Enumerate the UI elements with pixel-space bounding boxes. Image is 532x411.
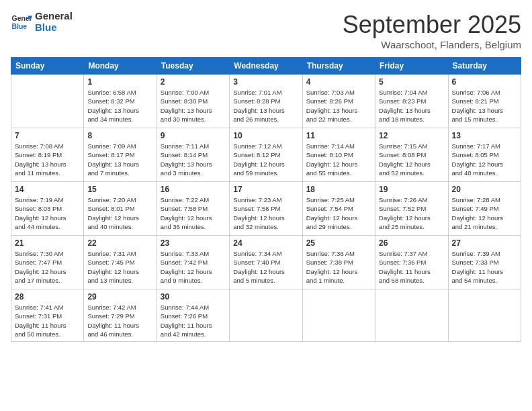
day-number: 13 [452,131,517,140]
weekday-header-thursday: Thursday [302,58,375,75]
day-info: Sunrise: 7:20 AMSunset: 8:01 PMDaylight:… [87,195,152,231]
calendar-header-row: SundayMondayTuesdayWednesdayThursdayFrid… [11,58,521,75]
day-number: 30 [161,292,226,302]
calendar-cell [375,289,448,342]
weekday-header-friday: Friday [375,58,448,75]
weekday-header-sunday: Sunday [11,58,84,75]
day-info: Sunrise: 7:00 AMSunset: 8:30 PMDaylight:… [161,88,226,124]
day-number: 16 [161,185,226,194]
day-number: 6 [452,77,517,87]
day-info: Sunrise: 7:04 AMSunset: 8:23 PMDaylight:… [379,88,444,124]
calendar-cell: 24Sunrise: 7:34 AMSunset: 7:40 PMDayligh… [230,236,302,289]
calendar-cell [448,289,521,342]
weekday-header-saturday: Saturday [448,58,521,75]
calendar-cell: 7Sunrise: 7:08 AMSunset: 8:19 PMDaylight… [11,128,84,182]
calendar-cell: 16Sunrise: 7:22 AMSunset: 7:58 PMDayligh… [157,182,229,236]
calendar-cell: 2Sunrise: 7:00 AMSunset: 8:30 PMDaylight… [157,75,229,128]
day-info: Sunrise: 6:58 AMSunset: 8:32 PMDaylight:… [87,88,152,124]
day-number: 24 [233,238,298,248]
calendar-cell: 23Sunrise: 7:33 AMSunset: 7:42 PMDayligh… [157,236,229,289]
weekday-header-wednesday: Wednesday [230,58,302,75]
calendar-cell: 6Sunrise: 7:06 AMSunset: 8:21 PMDaylight… [448,75,521,128]
day-info: Sunrise: 7:25 AMSunset: 7:54 PMDaylight:… [306,195,371,231]
day-number: 29 [87,292,152,302]
day-number: 7 [15,131,80,140]
day-info: Sunrise: 7:44 AMSunset: 7:26 PMDaylight:… [161,303,226,338]
calendar-week-row: 14Sunrise: 7:19 AMSunset: 8:03 PMDayligh… [11,182,521,236]
day-info: Sunrise: 7:30 AMSunset: 7:47 PMDaylight:… [15,249,80,285]
calendar-cell: 14Sunrise: 7:19 AMSunset: 8:03 PMDayligh… [11,182,84,236]
calendar-cell: 11Sunrise: 7:14 AMSunset: 8:10 PMDayligh… [302,128,375,182]
calendar-cell [302,289,375,342]
logo: General Blue General Blue [11,11,73,33]
day-number: 9 [161,131,226,140]
day-number: 2 [161,77,226,87]
title-block: September 2025 Waarschoot, Flanders, Bel… [343,11,521,50]
calendar-table: SundayMondayTuesdayWednesdayThursdayFrid… [11,57,521,342]
day-info: Sunrise: 7:03 AMSunset: 8:26 PMDaylight:… [306,88,371,124]
page-header: General Blue General Blue September 2025… [11,11,521,50]
weekday-header-monday: Monday [84,58,157,75]
day-info: Sunrise: 7:11 AMSunset: 8:14 PMDaylight:… [161,142,226,177]
weekday-header-tuesday: Tuesday [157,58,229,75]
calendar-cell: 13Sunrise: 7:17 AMSunset: 8:05 PMDayligh… [448,128,521,182]
day-number: 3 [233,77,298,87]
day-number: 1 [87,77,152,87]
location-subtitle: Waarschoot, Flanders, Belgium [343,39,521,50]
day-info: Sunrise: 7:28 AMSunset: 7:49 PMDaylight:… [452,195,517,231]
day-number: 11 [306,131,371,140]
logo-icon: General Blue [11,11,32,33]
day-number: 22 [87,238,152,248]
calendar-cell [11,75,84,128]
calendar-cell: 21Sunrise: 7:30 AMSunset: 7:47 PMDayligh… [11,236,84,289]
calendar-cell: 3Sunrise: 7:01 AMSunset: 8:28 PMDaylight… [230,75,302,128]
day-number: 23 [161,238,226,248]
day-info: Sunrise: 7:34 AMSunset: 7:40 PMDaylight:… [233,249,298,285]
calendar-cell: 8Sunrise: 7:09 AMSunset: 8:17 PMDaylight… [84,128,157,182]
day-number: 19 [379,185,444,194]
day-info: Sunrise: 7:26 AMSunset: 7:52 PMDaylight:… [379,195,444,231]
calendar-cell: 5Sunrise: 7:04 AMSunset: 8:23 PMDaylight… [375,75,448,128]
day-number: 21 [15,238,80,248]
day-number: 18 [306,185,371,194]
day-info: Sunrise: 7:31 AMSunset: 7:45 PMDaylight:… [87,249,152,285]
day-number: 14 [15,185,80,194]
logo-blue: Blue [35,22,73,34]
calendar-cell: 30Sunrise: 7:44 AMSunset: 7:26 PMDayligh… [157,289,229,342]
day-info: Sunrise: 7:42 AMSunset: 7:29 PMDaylight:… [87,303,152,338]
calendar-cell: 27Sunrise: 7:39 AMSunset: 7:33 PMDayligh… [448,236,521,289]
day-info: Sunrise: 7:17 AMSunset: 8:05 PMDaylight:… [452,142,517,177]
calendar-week-row: 28Sunrise: 7:41 AMSunset: 7:31 PMDayligh… [11,289,521,342]
day-number: 17 [233,185,298,194]
calendar-cell: 9Sunrise: 7:11 AMSunset: 8:14 PMDaylight… [157,128,229,182]
day-number: 25 [306,238,371,248]
day-info: Sunrise: 7:23 AMSunset: 7:56 PMDaylight:… [233,195,298,231]
day-info: Sunrise: 7:01 AMSunset: 8:28 PMDaylight:… [233,88,298,124]
day-number: 10 [233,131,298,140]
calendar-cell: 20Sunrise: 7:28 AMSunset: 7:49 PMDayligh… [448,182,521,236]
day-number: 20 [452,185,517,194]
day-number: 8 [87,131,152,140]
calendar-cell: 17Sunrise: 7:23 AMSunset: 7:56 PMDayligh… [230,182,302,236]
day-number: 5 [379,77,444,87]
day-info: Sunrise: 7:09 AMSunset: 8:17 PMDaylight:… [87,142,152,177]
day-number: 27 [452,238,517,248]
calendar-cell: 19Sunrise: 7:26 AMSunset: 7:52 PMDayligh… [375,182,448,236]
day-info: Sunrise: 7:12 AMSunset: 8:12 PMDaylight:… [233,142,298,177]
day-number: 26 [379,238,444,248]
calendar-cell: 28Sunrise: 7:41 AMSunset: 7:31 PMDayligh… [11,289,84,342]
day-info: Sunrise: 7:33 AMSunset: 7:42 PMDaylight:… [161,249,226,285]
calendar-cell: 18Sunrise: 7:25 AMSunset: 7:54 PMDayligh… [302,182,375,236]
day-info: Sunrise: 7:39 AMSunset: 7:33 PMDaylight:… [452,249,517,285]
day-info: Sunrise: 7:37 AMSunset: 7:36 PMDaylight:… [379,249,444,285]
day-info: Sunrise: 7:19 AMSunset: 8:03 PMDaylight:… [15,195,80,231]
day-info: Sunrise: 7:41 AMSunset: 7:31 PMDaylight:… [15,303,80,338]
calendar-cell: 4Sunrise: 7:03 AMSunset: 8:26 PMDaylight… [302,75,375,128]
svg-text:Blue: Blue [12,22,28,30]
day-info: Sunrise: 7:36 AMSunset: 7:38 PMDaylight:… [306,249,371,285]
calendar-cell: 25Sunrise: 7:36 AMSunset: 7:38 PMDayligh… [302,236,375,289]
calendar-cell: 12Sunrise: 7:15 AMSunset: 8:08 PMDayligh… [375,128,448,182]
day-info: Sunrise: 7:22 AMSunset: 7:58 PMDaylight:… [161,195,226,231]
calendar-week-row: 7Sunrise: 7:08 AMSunset: 8:19 PMDaylight… [11,128,521,182]
day-info: Sunrise: 7:15 AMSunset: 8:08 PMDaylight:… [379,142,444,177]
